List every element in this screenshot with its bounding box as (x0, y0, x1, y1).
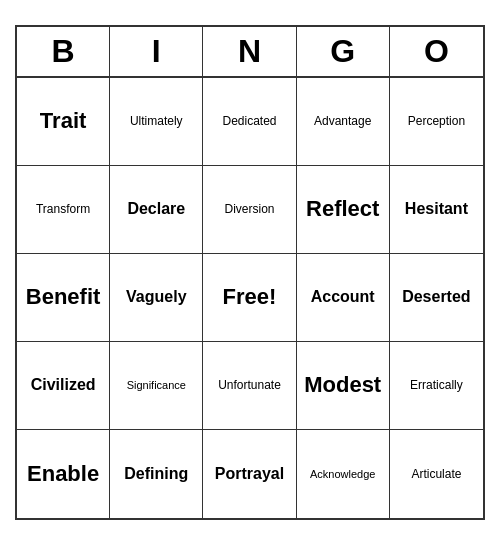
bingo-cell-16: Significance (110, 342, 203, 430)
bingo-grid: TraitUltimatelyDedicatedAdvantagePercept… (17, 78, 483, 518)
bingo-cell-14: Deserted (390, 254, 483, 342)
header-letter-I: I (110, 27, 203, 76)
bingo-cell-1: Ultimately (110, 78, 203, 166)
bingo-header: BINGO (17, 27, 483, 78)
bingo-cell-10: Benefit (17, 254, 110, 342)
bingo-cell-17: Unfortunate (203, 342, 296, 430)
bingo-cell-22: Portrayal (203, 430, 296, 518)
bingo-cell-9: Hesitant (390, 166, 483, 254)
bingo-cell-8: Reflect (297, 166, 390, 254)
bingo-cell-20: Enable (17, 430, 110, 518)
bingo-cell-5: Transform (17, 166, 110, 254)
bingo-cell-21: Defining (110, 430, 203, 518)
bingo-cell-4: Perception (390, 78, 483, 166)
bingo-cell-15: Civilized (17, 342, 110, 430)
bingo-cell-18: Modest (297, 342, 390, 430)
bingo-cell-24: Articulate (390, 430, 483, 518)
bingo-card: BINGO TraitUltimatelyDedicatedAdvantageP… (15, 25, 485, 520)
bingo-cell-12: Free! (203, 254, 296, 342)
header-letter-O: O (390, 27, 483, 76)
bingo-cell-23: Acknowledge (297, 430, 390, 518)
header-letter-G: G (297, 27, 390, 76)
bingo-cell-11: Vaguely (110, 254, 203, 342)
bingo-cell-6: Declare (110, 166, 203, 254)
header-letter-N: N (203, 27, 296, 76)
bingo-cell-0: Trait (17, 78, 110, 166)
bingo-cell-19: Erratically (390, 342, 483, 430)
bingo-cell-2: Dedicated (203, 78, 296, 166)
header-letter-B: B (17, 27, 110, 76)
bingo-cell-3: Advantage (297, 78, 390, 166)
bingo-cell-13: Account (297, 254, 390, 342)
bingo-cell-7: Diversion (203, 166, 296, 254)
